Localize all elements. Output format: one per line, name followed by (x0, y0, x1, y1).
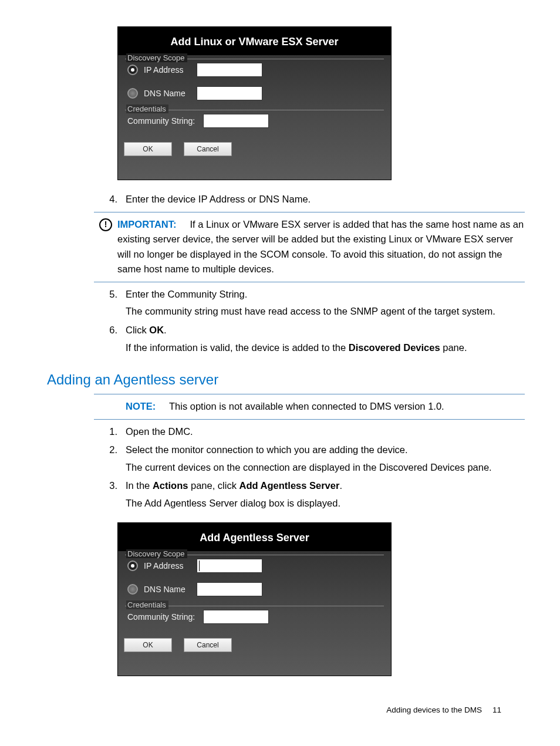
community-string-label: Community String: (127, 116, 195, 126)
step-text: Enter the device IP Address or DNS Name. (126, 192, 525, 207)
add-linux-vmware-dialog: Add Linux or VMware ESX Server Discovery… (117, 26, 392, 180)
step-number: 3. (94, 478, 126, 511)
step-subtext: If the information is valid, the device … (126, 340, 525, 356)
step-text: In the Actions pane, click Add Agentless… (126, 478, 525, 494)
divider (94, 212, 525, 212)
note-callout: NOTE: This option is not available when … (94, 399, 525, 414)
community-string-label: Community String: (127, 612, 195, 622)
dns-name-radio[interactable] (127, 584, 138, 595)
ip-address-input[interactable] (197, 63, 262, 77)
step-subtext: The current devices on the connection ar… (126, 460, 525, 475)
important-label: IMPORTANT: (117, 219, 177, 229)
ip-address-label: IP Address (144, 561, 191, 571)
discovery-scope-legend: Discovery Scope (126, 549, 187, 558)
cancel-button[interactable]: Cancel (184, 638, 232, 652)
step-text: Click OK. (126, 323, 525, 338)
community-string-input[interactable] (203, 610, 269, 624)
list-item: 2. Select the monitor connection to whic… (94, 443, 525, 475)
add-agentless-dialog: Add Agentless Server Discovery Scope IP … (117, 522, 392, 676)
ok-button[interactable]: OK (124, 142, 172, 156)
step-number: 1. (94, 424, 126, 440)
note-label: NOTE: (126, 401, 156, 411)
page-footer: Adding devices to the DMS 11 (35, 688, 525, 714)
community-string-input[interactable] (203, 114, 269, 128)
ip-address-radio[interactable] (127, 65, 138, 75)
dialog-title: Add Agentless Server (118, 523, 391, 551)
cancel-button[interactable]: Cancel (184, 142, 232, 156)
step-subtext: The community string must have read acce… (126, 304, 525, 319)
step-number: 5. (94, 287, 126, 319)
step-number: 2. (94, 443, 126, 475)
section-heading: Adding an Agentless server (47, 372, 525, 388)
step-text: Open the DMC. (126, 424, 525, 440)
dns-name-label: DNS Name (144, 89, 191, 98)
ip-address-input[interactable] (197, 559, 262, 573)
dns-name-input[interactable] (197, 86, 262, 100)
credentials-legend: Credentials (126, 600, 168, 609)
discovery-scope-legend: Discovery Scope (126, 53, 187, 62)
note-text: This option is not available when connec… (169, 401, 444, 411)
divider (94, 394, 525, 394)
footer-page-number: 11 (492, 706, 501, 714)
list-item: 3. In the Actions pane, click Add Agentl… (94, 478, 525, 511)
ok-button[interactable]: OK (124, 638, 172, 652)
ip-address-radio[interactable] (127, 561, 138, 571)
divider (94, 282, 525, 282)
important-text: If a Linux or VMware ESX server is added… (117, 219, 524, 275)
divider (94, 419, 525, 420)
step-text: Enter the Community String. (126, 287, 525, 302)
list-item: 5. Enter the Community String. The commu… (94, 287, 525, 319)
footer-text: Adding devices to the DMS (386, 706, 482, 714)
dialog-title: Add Linux or VMware ESX Server (118, 27, 391, 55)
dns-name-label: DNS Name (144, 585, 191, 594)
dns-name-radio[interactable] (127, 88, 138, 99)
dns-name-input[interactable] (197, 582, 262, 596)
list-item: 1. Open the DMC. (94, 424, 525, 440)
important-icon: ! (94, 217, 117, 277)
important-callout: ! IMPORTANT: If a Linux or VMware ESX se… (94, 217, 525, 277)
credentials-legend: Credentials (126, 104, 168, 113)
list-item: 6. Click OK. If the information is valid… (94, 323, 525, 355)
list-item: 4. Enter the device IP Address or DNS Na… (94, 192, 525, 207)
step-number: 4. (94, 192, 126, 207)
step-subtext: The Add Agentless Server dialog box is d… (126, 496, 525, 511)
step-text: Select the monitor connection to which y… (126, 443, 525, 458)
ip-address-label: IP Address (144, 65, 191, 75)
step-number: 6. (94, 323, 126, 355)
